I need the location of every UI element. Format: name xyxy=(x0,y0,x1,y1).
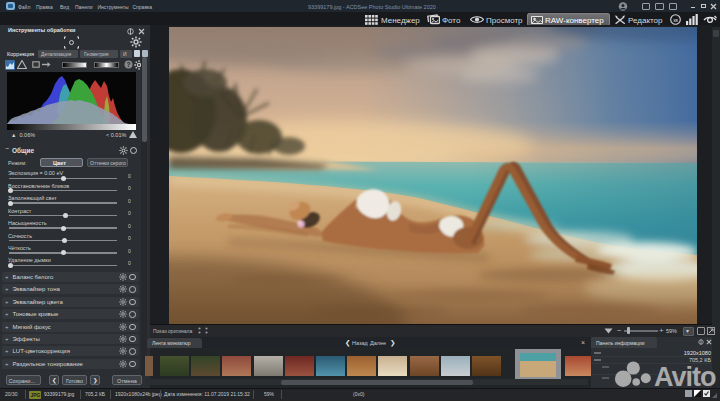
svg-text:?: ? xyxy=(127,61,131,68)
svg-text:зв: зв xyxy=(673,17,678,23)
